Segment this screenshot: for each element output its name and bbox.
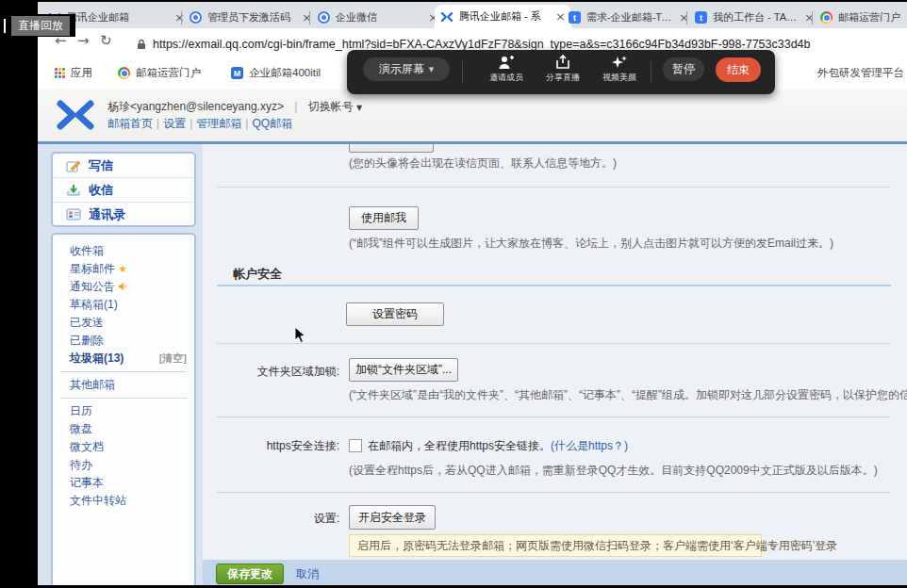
invite-member-icon <box>498 55 515 70</box>
chevron-down-icon: ▼ <box>356 104 362 112</box>
folder-notice[interactable]: 通知公告 <box>53 278 194 296</box>
bottom-action-bar: 保存更改 取消 <box>203 560 907 585</box>
nav-link-settings[interactable]: 设置 <box>163 117 186 130</box>
account-info: 杨珍<yangzhen@silenceyang.xyz> | 切换帐号 ▼ <box>107 99 362 115</box>
tab-close-icon[interactable]: × <box>302 10 312 24</box>
present-screen-button[interactable]: 演示屏幕▼ <box>363 57 450 81</box>
folder-weidisk[interactable]: 微盘 <box>53 420 194 438</box>
url-text[interactable]: https://exmail.qq.com/cgi-bin/frame_html… <box>153 38 811 51</box>
wecom-icon <box>190 11 202 24</box>
tab-close-icon[interactable]: × <box>804 10 815 24</box>
speaker-icon <box>118 282 127 291</box>
forward-button[interactable]: → <box>77 32 90 49</box>
tab-close-icon[interactable]: × <box>679 10 689 24</box>
exmail-logo <box>55 99 96 131</box>
pause-button[interactable]: 暂停 <box>663 57 704 81</box>
bookmark-mail-portal[interactable]: 邮箱运营门户 <box>118 66 201 80</box>
video-beauty-button[interactable]: 视频美颜 <box>595 55 644 84</box>
folder-drafts[interactable]: 草稿箱(1) <box>53 296 194 314</box>
folder-todo[interactable]: 待办 <box>53 456 194 474</box>
reload-button[interactable]: ↻ <box>100 32 112 49</box>
bookmark-apps[interactable]: 应用 <box>55 66 92 80</box>
what-is-https-link[interactable]: (什么是https？) <box>551 439 628 452</box>
tab-title: 管理员下发激活码 <box>207 10 296 24</box>
tab-tapd-requirement[interactable]: t 需求-企业邮箱-TAPD × <box>563 7 695 28</box>
folder-inbox[interactable]: 收件箱 <box>53 242 194 260</box>
switch-account-link[interactable]: 切换帐号 ▼ <box>308 100 363 113</box>
screen: 腾讯企业邮箱 × 管理员下发激活码 × 企业微信 × 腾讯企业邮箱 - 系 × <box>0 0 907 588</box>
chevron-down-icon: ▼ <box>429 66 434 74</box>
tab-separator <box>686 11 687 24</box>
tab-title: 邮箱运营门户 <box>838 10 907 24</box>
chrome-icon <box>118 67 130 79</box>
tab-exmail-active[interactable]: 腾讯企业邮箱 - 系 × <box>435 5 571 28</box>
wecom-icon <box>318 11 330 24</box>
nav-link-home[interactable]: 邮箱首页 <box>107 117 153 130</box>
nav-link-qqmail[interactable]: QQ邮箱 <box>252 117 292 130</box>
beauty-sparkle-icon <box>611 55 628 70</box>
set-password-button[interactable]: 设置密码 <box>346 302 444 326</box>
tapd-icon: t <box>569 11 581 24</box>
bookmark-outsource[interactable]: 外包研发管理平台 t <box>817 66 907 80</box>
tab-separator <box>181 11 182 24</box>
sidebar-item-receive[interactable]: 收信 <box>53 178 194 203</box>
bookmark-label: 企业邮箱400itil <box>249 66 321 80</box>
section-underline <box>217 285 891 286</box>
tab-tapd-workbench[interactable]: t 我的工作台 - TAPD × <box>689 7 820 28</box>
tab-title: 企业微信 <box>336 10 422 24</box>
folder-other-mailbox[interactable]: 其他邮箱 <box>53 376 194 394</box>
padlock-icon <box>137 39 146 50</box>
empty-trash-link[interactable]: [清空] <box>159 350 187 368</box>
tab-mail-portal[interactable]: 邮箱运营门户 <box>815 7 907 28</box>
folder-trash[interactable]: 垃圾箱(13)[清空] <box>53 350 194 368</box>
folder-notebook[interactable]: 记事本 <box>53 474 194 492</box>
nav-link-admin[interactable]: 管理邮箱 <box>196 117 241 130</box>
save-changes-button[interactable]: 保存更改 <box>216 564 284 584</box>
folder-weidoc[interactable]: 微文档 <box>53 438 194 456</box>
bookmark-label: 邮箱运营门户 <box>136 66 201 80</box>
sidebar-item-contacts[interactable]: 通讯录 <box>53 203 194 226</box>
mailme-note: (“邮我”组件可以生成图片，让大家放在博客、论坛上，别人点击图片就可以方便的发E… <box>349 236 833 252</box>
folder-deleted[interactable]: 已删除 <box>53 332 194 350</box>
section-title-account-security: 帐户安全 <box>233 266 282 283</box>
folder-sent[interactable]: 已发送 <box>53 314 194 332</box>
avatar-note: (您的头像将会出现在读信页面、联系人信息等地方。) <box>349 155 617 172</box>
tool-label: 邀请成员 <box>489 72 523 84</box>
divider <box>60 371 187 372</box>
tab-title: 我的工作台 - TAPD <box>713 10 799 24</box>
share-live-button[interactable]: 分享直播 <box>538 55 587 84</box>
enable-secure-login-button[interactable]: 开启安全登录 <box>349 505 436 530</box>
toolbar-separator <box>462 61 463 83</box>
https-checkbox-text: 在邮箱内，全程使用https安全链接。(什么是https？) <box>368 438 628 454</box>
share-live-icon <box>555 55 570 70</box>
live-replay-label: 直播回放 <box>11 16 70 36</box>
tool-label: 视频美颜 <box>602 72 636 84</box>
folder-lock-button[interactable]: 加锁“文件夹区域”... <box>349 358 458 382</box>
cancel-link[interactable]: 取消 <box>296 566 319 582</box>
tapd-icon: t <box>695 11 707 24</box>
tool-label: 分享直播 <box>546 72 580 84</box>
folder-file-transfer[interactable]: 文件中转站 <box>53 492 194 510</box>
https-note: (设置全程https后，若从QQ进入邮箱，需重新登录QQ才生效。目前支持QQ20… <box>349 463 878 479</box>
separator: | <box>294 100 297 113</box>
tab-separator <box>309 11 310 24</box>
tab-wecom[interactable]: 企业微信 × <box>312 7 444 28</box>
folder-calendar[interactable]: 日历 <box>53 402 194 420</box>
account-email: 杨珍<yangzhen@silenceyang.xyz> <box>107 100 284 113</box>
tab-separator <box>812 11 813 24</box>
truncated-button-fragment[interactable] <box>349 144 434 153</box>
settings-content: (您的头像将会出现在读信页面、联系人信息等地方。) 使用邮我 (“邮我”组件可以… <box>203 144 907 560</box>
bookmark-label: 应用 <box>71 66 92 80</box>
mouse-cursor <box>294 326 306 344</box>
contact-card-icon <box>66 208 81 220</box>
letterbox-left <box>0 0 38 588</box>
sidebar-item-compose[interactable]: 写信 <box>53 154 194 178</box>
use-mailme-button[interactable]: 使用邮我 <box>349 206 419 230</box>
https-checkbox[interactable] <box>349 439 362 452</box>
tab-wecom-activate[interactable]: 管理员下发激活码 × <box>184 7 318 28</box>
end-button[interactable]: 结束 <box>716 57 761 82</box>
invite-member-button[interactable]: 邀请成员 <box>482 55 531 84</box>
bookmark-itil[interactable]: M 企业邮箱400itil <box>231 66 321 80</box>
folder-starred[interactable]: 星标邮件 ★ <box>53 260 194 278</box>
secure-login-notice: 启用后，原密码无法登录邮箱；网页版需使用微信扫码登录；客户端需使用‘客户端专用密… <box>349 534 762 557</box>
